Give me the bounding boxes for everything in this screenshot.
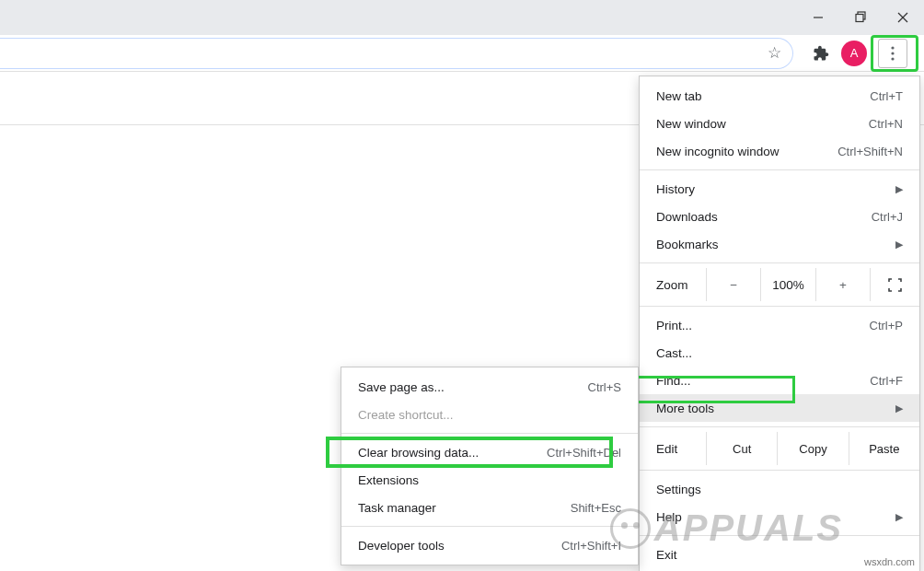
menu-edit: Edit Cut Copy Paste: [640, 432, 919, 465]
chevron-right-icon: ▶: [895, 239, 903, 251]
submenu-developer-tools[interactable]: Developer toolsCtrl+Shift+I: [341, 531, 638, 559]
menu-history[interactable]: History▶: [640, 175, 919, 203]
svg-point-7: [891, 57, 894, 60]
window-maximize-button[interactable]: [839, 0, 882, 35]
more-button-highlight: [871, 35, 918, 72]
more-tools-submenu: Save page as...Ctrl+S Create shortcut...…: [341, 367, 639, 565]
address-bar[interactable]: ☆: [0, 38, 793, 69]
svg-point-6: [891, 52, 894, 54]
menu-cast[interactable]: Cast...: [640, 339, 919, 367]
chrome-main-menu: New tabCtrl+T New windowCtrl+N New incog…: [639, 76, 920, 571]
menu-separator: [341, 433, 638, 434]
domain-text: wsxdn.com: [864, 556, 915, 567]
menu-settings[interactable]: Settings: [640, 475, 919, 503]
browser-toolbar: ☆ A: [0, 35, 924, 72]
menu-separator: [640, 306, 919, 307]
menu-separator: [640, 426, 919, 427]
submenu-create-shortcut: Create shortcut...: [341, 401, 638, 428]
menu-separator: [640, 535, 919, 536]
svg-rect-2: [856, 15, 863, 22]
menu-new-window[interactable]: New windowCtrl+N: [640, 110, 919, 137]
menu-zoom: Zoom − 100% +: [640, 268, 919, 301]
window-close-button[interactable]: [882, 0, 924, 35]
submenu-clear-browsing-data[interactable]: Clear browsing data...Ctrl+Shift+Del: [341, 438, 638, 466]
chevron-right-icon: ▶: [895, 183, 903, 195]
menu-separator: [640, 262, 919, 263]
zoom-out-button[interactable]: −: [706, 268, 760, 301]
menu-new-incognito[interactable]: New incognito windowCtrl+Shift+N: [640, 137, 919, 165]
window-titlebar: [0, 0, 924, 35]
more-menu-button[interactable]: [878, 39, 907, 68]
fullscreen-button[interactable]: [870, 268, 919, 301]
menu-help[interactable]: Help▶: [640, 503, 919, 530]
extensions-icon[interactable]: [808, 41, 834, 66]
submenu-extensions[interactable]: Extensions: [341, 466, 638, 494]
menu-new-tab[interactable]: New tabCtrl+T: [640, 82, 919, 110]
submenu-task-manager[interactable]: Task managerShift+Esc: [341, 494, 638, 521]
menu-downloads[interactable]: DownloadsCtrl+J: [640, 203, 919, 230]
menu-separator: [640, 470, 919, 471]
chevron-right-icon: ▶: [895, 511, 903, 523]
zoom-in-button[interactable]: +: [815, 268, 870, 301]
bookmark-star-icon[interactable]: ☆: [768, 43, 781, 63]
window-minimize-button[interactable]: [797, 0, 839, 35]
menu-bookmarks[interactable]: Bookmarks▶: [640, 230, 919, 258]
svg-point-5: [891, 46, 894, 49]
profile-avatar[interactable]: A: [841, 41, 867, 66]
menu-find[interactable]: Find...Ctrl+F: [640, 367, 919, 394]
menu-print[interactable]: Print...Ctrl+P: [640, 311, 919, 339]
edit-copy[interactable]: Copy: [777, 432, 848, 465]
chevron-right-icon: ▶: [895, 402, 903, 414]
menu-separator: [640, 169, 919, 170]
submenu-save-page[interactable]: Save page as...Ctrl+S: [341, 373, 638, 401]
edit-cut[interactable]: Cut: [706, 432, 777, 465]
menu-more-tools[interactable]: More tools▶: [640, 394, 919, 422]
menu-separator: [341, 526, 638, 527]
zoom-level: 100%: [760, 268, 814, 301]
edit-paste[interactable]: Paste: [849, 432, 919, 465]
